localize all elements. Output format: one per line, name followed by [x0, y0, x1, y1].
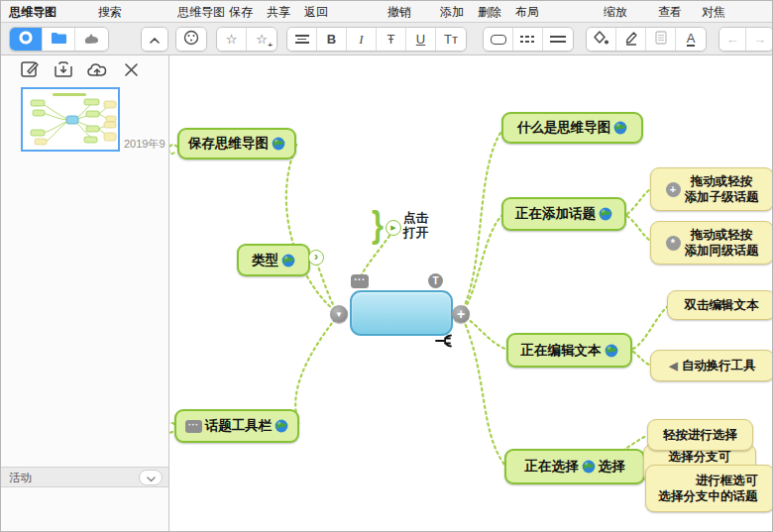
menu-search[interactable]: 搜索	[98, 1, 122, 23]
close-document-button[interactable]	[118, 59, 144, 83]
align-button[interactable]	[287, 28, 317, 51]
menu-save[interactable]: 保存	[229, 1, 253, 23]
fill-color-button[interactable]	[587, 28, 616, 51]
strikethrough-button[interactable]: Ŧ	[377, 28, 406, 51]
ellipsis-badge-icon: ···	[185, 420, 202, 433]
cloud-upload-button[interactable]	[84, 59, 110, 83]
node-what-is-mindmap[interactable]: 什么是思维导图	[501, 112, 643, 144]
fill-drop-icon	[593, 30, 609, 49]
dashed-line-button[interactable]	[513, 28, 543, 51]
activity-label: 活动	[9, 471, 32, 485]
activity-toggle-button[interactable]	[139, 470, 163, 485]
node-double-click-edit[interactable]: 双击编辑文本	[667, 290, 773, 320]
menu-add[interactable]: 添加	[440, 1, 464, 23]
node-type[interactable]: 类型	[237, 244, 310, 276]
menu-return[interactable]: 返回	[304, 1, 328, 23]
plus-circle-icon: +	[666, 182, 681, 197]
folder-plus-icon	[54, 60, 73, 82]
central-topic-node[interactable]	[350, 290, 453, 336]
theme-button[interactable]	[176, 28, 206, 51]
close-icon	[124, 62, 139, 81]
node-shape-button[interactable]	[484, 28, 513, 51]
node-selecting[interactable]: 正在选择 选择	[504, 449, 645, 484]
globe-icon	[613, 121, 627, 135]
text-cursor-glyph	[435, 334, 455, 352]
star-add-button[interactable]: ☆+	[247, 28, 276, 51]
cloud-upload-icon	[86, 61, 108, 81]
node-save-mindmap[interactable]: 保存思维导图	[177, 128, 296, 160]
node-add-sibling-topic[interactable]: * 拖动或轻按 添加同级话题	[650, 221, 773, 265]
stamps-tab[interactable]	[75, 28, 108, 51]
font-size-button[interactable]: Tᴛ	[436, 28, 466, 51]
italic-button[interactable]: I	[347, 28, 377, 51]
nav-group: ← →	[718, 27, 773, 52]
hint-text: 点击 打开	[403, 211, 428, 241]
node-word-wrap-tool[interactable]: ◀ 自动换行工具	[650, 350, 773, 381]
note-list-icon	[655, 31, 667, 48]
collapse-sidebar-button[interactable]	[142, 28, 167, 51]
left-branch-handle[interactable]: ▼	[330, 305, 348, 323]
plus-icon: +	[457, 306, 465, 322]
menu-focus[interactable]: 对焦	[702, 1, 725, 23]
menu-share[interactable]: 共享	[267, 1, 290, 23]
chevron-down-icon	[147, 469, 156, 486]
arrow-right-icon: →	[753, 32, 766, 47]
thumbnail-minimap	[23, 89, 118, 150]
menu-undo[interactable]: 撤销	[387, 1, 411, 23]
node-tap-to-select[interactable]: 轻按进行选择	[647, 419, 753, 451]
menu-zoom[interactable]: 缩放	[604, 1, 627, 23]
node-add-child-topic[interactable]: + 拖动或轻按 添加子级话题	[650, 167, 773, 211]
pen-button[interactable]	[616, 28, 646, 51]
node-adding-topics[interactable]: 正在添加话题	[501, 197, 626, 231]
style-group	[175, 27, 207, 52]
arrow-left-icon: ←	[726, 32, 739, 47]
solid-line-button[interactable]	[543, 28, 573, 51]
library-segmented-control	[9, 27, 109, 52]
globe-icon	[272, 137, 285, 151]
topic-toolbar-badge[interactable]: ···	[351, 274, 369, 288]
menu-delete[interactable]: 删除	[478, 1, 501, 23]
dog-icon	[83, 32, 100, 48]
document-sidebar: 2019年9 活动	[1, 55, 169, 532]
menu-view[interactable]: 查看	[658, 1, 682, 23]
arrow-down-icon: ▼	[335, 310, 343, 319]
folder-tab[interactable]	[43, 28, 75, 51]
toolbar: ☆ ☆+ B I Ŧ U Tᴛ	[1, 23, 773, 55]
text-align-icon	[295, 35, 309, 44]
back-button[interactable]: ←	[719, 28, 746, 51]
solid-lines-icon	[550, 36, 566, 44]
forward-button[interactable]: →	[746, 28, 773, 51]
menubar: 思维导图 搜索 思维导图 保存 共享 返回 撤销 添加 删除 布局 缩放 查看 …	[1, 1, 773, 23]
font-color-button[interactable]: A	[676, 28, 706, 51]
menu-layout[interactable]: 布局	[515, 1, 539, 23]
play-icon[interactable]: ▶	[386, 220, 401, 236]
document-thumbnail[interactable]	[21, 87, 120, 152]
globe-icon	[582, 460, 596, 474]
menu-app[interactable]: 思维导图	[9, 1, 56, 23]
node-editing-text[interactable]: 正在编辑文本	[506, 333, 632, 368]
documents-tab[interactable]	[10, 28, 43, 51]
add-topic-handle[interactable]: +	[452, 305, 470, 323]
globe-icon	[605, 344, 618, 358]
collapse-toolbar-group	[141, 27, 168, 52]
notes-button[interactable]	[646, 28, 676, 51]
favorites-group: ☆ ☆+	[216, 27, 277, 52]
node-marquee-select[interactable]: 进行框选可 选择分支中的话题	[645, 465, 773, 512]
underline-button[interactable]: U	[406, 28, 436, 51]
mindmap-canvas[interactable]: ··· T ▼ + } ▶ 点击 打开 保存思维导图 类型 › ··· 话题工具…	[169, 55, 773, 532]
rounded-rect-icon	[491, 35, 506, 45]
marker-pen-icon	[623, 30, 639, 49]
new-document-button[interactable]	[17, 59, 43, 83]
menu-mindmap[interactable]: 思维导图	[177, 1, 225, 23]
wrap-arrow-icon: ◀	[669, 360, 677, 372]
color-group: A	[586, 27, 707, 52]
bold-button[interactable]: B	[317, 28, 347, 51]
text-badge[interactable]: T	[428, 273, 443, 288]
expand-branch-badge[interactable]: ›	[308, 250, 324, 266]
dashed-lines-icon	[520, 36, 536, 44]
move-to-folder-button[interactable]	[51, 59, 76, 83]
text-format-group: B I Ŧ U Tᴛ	[286, 27, 467, 52]
globe-icon	[275, 419, 288, 433]
node-topic-toolbar[interactable]: ··· 话题工具栏	[174, 409, 299, 443]
star-button[interactable]: ☆	[217, 28, 247, 51]
